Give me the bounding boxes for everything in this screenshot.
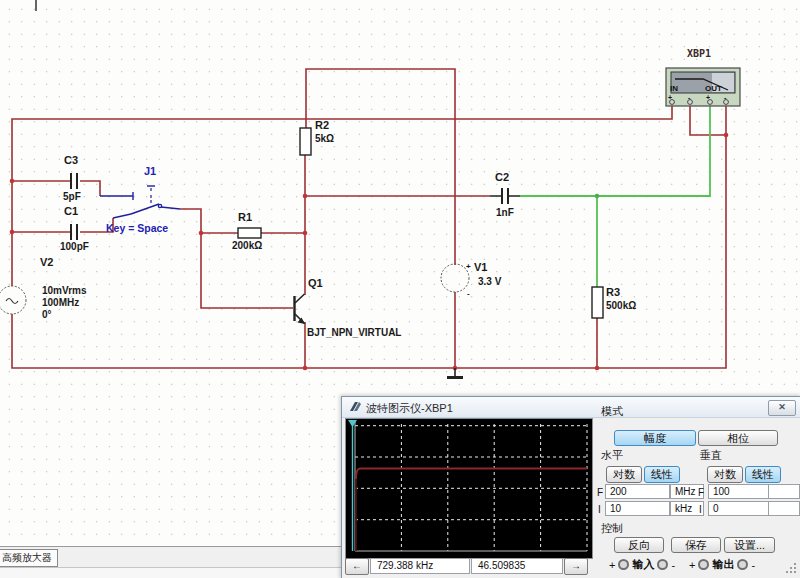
resistor-r2-symbol[interactable] xyxy=(300,128,311,155)
mode-group-label: 模式 xyxy=(601,404,623,419)
input-minus-terminal-icon xyxy=(657,559,668,570)
bode-plotter-window: 波特图示仪-XBP1 ✕ xyxy=(341,396,800,578)
horizontal-linear-button[interactable]: 线性 xyxy=(644,466,680,483)
wires-green xyxy=(520,106,710,287)
output-terminal-label: 输出 xyxy=(712,557,734,572)
close-button[interactable]: ✕ xyxy=(768,400,796,416)
vertical-initial-label: I xyxy=(699,504,702,515)
capacitor-c1-symbol[interactable] xyxy=(71,224,77,240)
horizontal-group-label: 水平 xyxy=(601,448,623,463)
vertical-initial-value-field[interactable]: 0 xyxy=(708,501,770,516)
input-terminal-indicator: + 输入 - xyxy=(609,557,675,572)
window-title: 波特图示仪-XBP1 xyxy=(366,401,453,416)
cursor-frequency-readout: 729.388 kHz xyxy=(370,558,470,574)
xbp1-out-plus-mark: + xyxy=(706,94,710,101)
resize-grip[interactable] xyxy=(786,563,796,573)
vertical-group-label: 垂直 xyxy=(700,448,722,463)
bode-plot-display[interactable] xyxy=(345,418,593,559)
xbp1-in-minus-mark: - xyxy=(688,94,690,101)
junction-dot-green xyxy=(595,194,600,199)
sheet-tab-bar: 高频放大器 xyxy=(0,546,341,578)
r3-refdes: R3 xyxy=(606,287,620,298)
v2-refdes: V2 xyxy=(40,257,53,268)
switch-j1-symbol[interactable] xyxy=(100,186,180,218)
xbp1-refdes: XBP1 xyxy=(687,48,711,59)
multisim-workspace: C3 5pF C1 100pF J1 Key = Space V2 10mVrm… xyxy=(0,0,800,578)
v2-value-line3: 0° xyxy=(42,310,52,320)
r3-value: 500kΩ xyxy=(606,301,636,311)
input-plus-terminal-icon xyxy=(618,559,629,570)
c2-refdes: C2 xyxy=(495,172,509,183)
xbp1-in-label: IN xyxy=(670,85,678,93)
horizontal-initial-label: I xyxy=(598,504,601,515)
ground-symbol[interactable] xyxy=(447,368,463,379)
vertical-final-unit-field[interactable] xyxy=(768,484,800,499)
window-icon xyxy=(349,401,362,413)
resistor-r3-symbol[interactable] xyxy=(592,287,603,318)
phase-button[interactable]: 相位 xyxy=(698,430,778,446)
input-plus-sign: + xyxy=(609,559,615,571)
magnitude-button[interactable]: 幅度 xyxy=(614,430,696,446)
v1-minus-mark: - xyxy=(467,290,470,298)
q1-refdes: Q1 xyxy=(308,278,323,289)
j1-refdes: J1 xyxy=(144,166,156,177)
horizontal-scroll-strip[interactable] xyxy=(0,567,341,578)
capacitor-c2-symbol[interactable] xyxy=(490,188,520,204)
xbp1-out-minus-mark: - xyxy=(724,94,726,101)
capacitor-c3-symbol[interactable] xyxy=(71,173,77,189)
xbp1-out-label: OUT xyxy=(705,85,722,93)
vertical-final-value-field[interactable]: 100 xyxy=(708,484,770,499)
output-plus-sign: + xyxy=(689,559,695,571)
sheet-tab[interactable]: 高频放大器 xyxy=(0,549,58,567)
c3-value: 5pF xyxy=(63,192,81,202)
source-v2-symbol[interactable] xyxy=(0,286,26,314)
output-minus-terminal-icon xyxy=(737,559,748,570)
v1-value: 3.3 V xyxy=(478,277,501,287)
xbp1-in-plus-mark: + xyxy=(668,94,672,101)
v1-plus-mark: + xyxy=(466,263,471,271)
vertical-linear-button[interactable]: 线性 xyxy=(745,466,781,483)
output-plus-terminal-icon xyxy=(698,559,709,570)
vertical-initial-unit-field[interactable] xyxy=(768,501,800,516)
wires-red xyxy=(12,69,726,368)
c3-refdes: C3 xyxy=(64,155,78,166)
output-terminal-indicator: + 输出 - xyxy=(689,557,755,572)
settings-button[interactable]: 设置... xyxy=(724,537,775,553)
j1-key-label: Key = Space xyxy=(106,223,168,234)
output-minus-sign: - xyxy=(751,559,755,571)
c2-value: 1nF xyxy=(496,208,514,218)
r1-value: 200kΩ xyxy=(232,241,262,251)
c1-value: 100pF xyxy=(60,242,89,252)
horizontal-log-button[interactable]: 对数 xyxy=(606,466,642,483)
horizontal-final-label: F xyxy=(597,487,603,498)
transistor-q1-symbol[interactable] xyxy=(295,294,306,324)
vertical-final-label: F xyxy=(698,487,704,498)
horizontal-initial-value-field[interactable]: 10 xyxy=(605,501,670,516)
resistor-r1-symbol[interactable] xyxy=(238,228,261,238)
r2-value: 5kΩ xyxy=(315,134,334,144)
save-button[interactable]: 保存 xyxy=(671,537,721,553)
cursor-value-readout: 46.509835 xyxy=(471,558,563,574)
v1-refdes: V1 xyxy=(474,262,487,273)
c1-refdes: C1 xyxy=(64,206,78,217)
v2-value-line1: 10mVrms xyxy=(42,286,86,296)
window-titlebar[interactable]: 波特图示仪-XBP1 ✕ xyxy=(342,397,800,418)
r2-refdes: R2 xyxy=(315,120,329,131)
reverse-button[interactable]: 反向 xyxy=(614,537,664,553)
control-group-label: 控制 xyxy=(601,521,623,536)
cursor-readout-bar: ← 729.388 kHz 46.509835 → xyxy=(345,558,593,575)
v2-value-line2: 100MHz xyxy=(42,298,79,308)
input-minus-sign: - xyxy=(671,559,675,571)
vertical-log-button[interactable]: 对数 xyxy=(707,466,743,483)
input-terminal-label: 输入 xyxy=(632,557,654,572)
source-v1-symbol[interactable] xyxy=(441,264,469,292)
q1-model: BJT_NPN_VIRTUAL xyxy=(307,328,401,338)
r1-refdes: R1 xyxy=(238,212,252,223)
cursor-right-button[interactable]: → xyxy=(564,558,588,575)
bode-plot-graph xyxy=(346,419,592,558)
cursor-left-button[interactable]: ← xyxy=(345,558,369,575)
horizontal-final-value-field[interactable]: 200 xyxy=(605,484,670,499)
